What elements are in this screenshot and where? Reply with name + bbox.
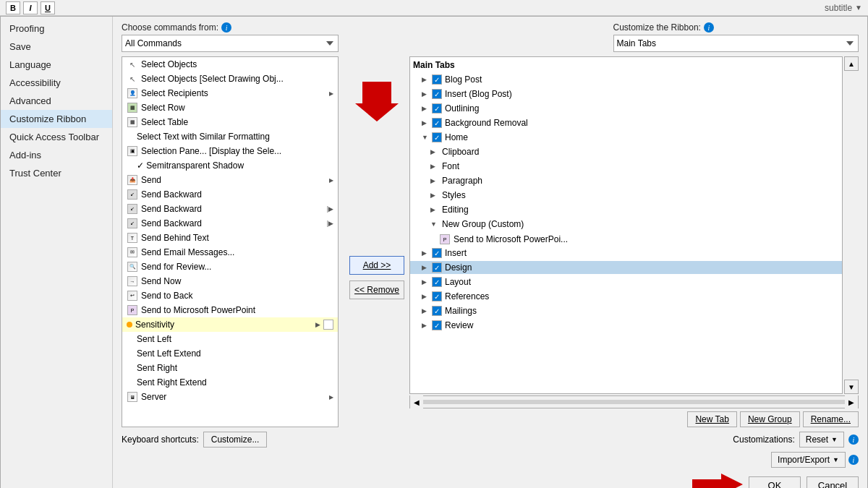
checkbox-review[interactable]: ✓ [432, 320, 442, 330]
sidebar-item-language[interactable]: Language [1, 56, 112, 74]
list-item[interactable]: ▦ Select Row [122, 100, 338, 115]
scroll-up-button[interactable]: ▲ [844, 56, 859, 71]
sidebar-item-trust-center[interactable]: Trust Center [1, 164, 112, 182]
tree-item[interactable]: ▼ ✓ Home [410, 131, 842, 145]
list-item[interactable]: ↙ Send Backward |▶ [122, 202, 338, 216]
tree-item[interactable]: ▶ Clipboard [410, 145, 842, 160]
tree-row-font[interactable]: ▶ Font [410, 160, 842, 173]
subtitle-dropdown-icon[interactable]: ▼ [855, 4, 862, 12]
sidebar-item-accessibility[interactable]: Accessibility [1, 74, 112, 92]
tree-row-blog-post[interactable]: ▶ ✓ Blog Post [410, 73, 842, 86]
new-tab-button[interactable]: New Tab [687, 411, 736, 427]
checkbox-bg-removal[interactable]: ✓ [432, 118, 442, 128]
import-export-info-icon[interactable]: i [848, 455, 859, 465]
ok-button[interactable]: OK [749, 476, 801, 489]
checkbox-references[interactable]: ✓ [432, 291, 442, 301]
list-item[interactable]: ↖ Select Objects [Select Drawing Obj... [122, 72, 338, 86]
tree-item[interactable]: ▶ ✓ Design [410, 261, 842, 275]
tree-row-home[interactable]: ▼ ✓ Home [410, 131, 842, 144]
list-item[interactable]: ↙ Send Backward |▶ [122, 216, 338, 231]
tree-row-insert-blog[interactable]: ▶ ✓ Insert (Blog Post) [410, 87, 842, 100]
list-item[interactable]: Sent Left Extend [122, 346, 338, 361]
tree-row-insert[interactable]: ▶ ✓ Insert [410, 247, 842, 260]
tree-row-styles[interactable]: ▶ Styles [410, 189, 842, 202]
checkbox-insert-blog[interactable]: ✓ [432, 89, 442, 99]
tree-item[interactable]: ▶ ✓ Blog Post [410, 73, 842, 87]
tree-row-references[interactable]: ▶ ✓ References [410, 290, 842, 303]
tree-row-review[interactable]: ▶ ✓ Review [410, 319, 842, 332]
list-item[interactable]: ↩ Send to Back [122, 288, 338, 303]
hscroll-left-button[interactable]: ◀ [410, 395, 423, 408]
checkbox-outlining[interactable]: ✓ [432, 103, 442, 114]
sidebar-item-customize-ribbon[interactable]: Customize Ribbon [1, 110, 112, 128]
tree-item[interactable]: ▶ ✓ Outlining [410, 102, 842, 116]
list-item[interactable]: 📤 Send [122, 173, 338, 187]
reset-button[interactable]: Reset ▼ [799, 432, 844, 448]
list-item[interactable]: ↖ Select Objects [122, 57, 338, 72]
rename-button[interactable]: Rename... [803, 411, 859, 427]
cancel-button[interactable]: Cancel [807, 476, 859, 489]
tree-row-paragraph[interactable]: ▶ Paragraph [410, 174, 842, 187]
tree-item[interactable]: ▶ Paragraph [410, 174, 842, 189]
list-item[interactable]: → Send Now [122, 274, 338, 288]
list-item[interactable]: 👤 Select Recipients [122, 86, 338, 100]
checkbox-blog-post[interactable]: ✓ [432, 74, 442, 85]
tree-item[interactable]: ▶ ✓ References [410, 290, 842, 304]
list-item[interactable]: ▣ Selection Pane... [Display the Sele... [122, 144, 338, 158]
tree-item[interactable]: ▶ ✓ Insert (Blog Post) [410, 87, 842, 102]
checkbox-insert[interactable]: ✓ [432, 248, 442, 258]
reset-info-icon[interactable]: i [848, 435, 859, 445]
tree-item[interactable]: ▼ New Group (Custom) [410, 218, 842, 232]
choose-commands-info-icon[interactable]: i [221, 22, 231, 33]
list-item[interactable]: Sent Right Extend [122, 375, 338, 390]
italic-button[interactable]: I [23, 1, 38, 14]
horizontal-scrollbar[interactable]: ◀ ▶ [409, 395, 859, 408]
tree-row-design[interactable]: ▶ ✓ Design [410, 261, 842, 274]
sidebar-item-quick-access[interactable]: Quick Access Toolbar [1, 128, 112, 146]
tree-row-outlining[interactable]: ▶ ✓ Outlining [410, 102, 842, 115]
list-item[interactable]: 🔍 Send for Review... [122, 260, 338, 274]
tree-item[interactable]: ▶ Editing [410, 203, 842, 218]
sensitivity-checkbox[interactable] [323, 320, 333, 330]
tree-item[interactable]: ▶ ✓ Mailings [410, 304, 842, 319]
scroll-down-button[interactable]: ▼ [844, 380, 859, 394]
customize-ribbon-dropdown[interactable]: Main Tabs Tool Tabs All Tabs [613, 35, 859, 52]
tree-item[interactable]: ▶ ✓ Insert [410, 247, 842, 261]
hscroll-right-button[interactable]: ▶ [845, 395, 858, 408]
sidebar-item-advanced[interactable]: Advanced [1, 92, 112, 110]
sidebar-item-proofing[interactable]: Proofing [1, 20, 112, 38]
choose-commands-dropdown[interactable]: All Commands Popular Commands Commands N… [122, 35, 339, 52]
list-item[interactable]: ▦ Select Table [122, 115, 338, 129]
list-item[interactable]: Select Text with Similar Formatting [122, 129, 338, 144]
tree-row-new-group[interactable]: ▼ New Group (Custom) [410, 218, 842, 231]
sidebar-item-add-ins[interactable]: Add-ins [1, 146, 112, 164]
tree-row-layout[interactable]: ▶ ✓ Layout [410, 275, 842, 288]
list-item[interactable]: Sent Left [122, 332, 338, 346]
tree-row-mailings[interactable]: ▶ ✓ Mailings [410, 304, 842, 317]
sensitivity-item[interactable]: Sensitivity ▶ [122, 317, 338, 332]
tree-item[interactable]: ▶ ✓ Layout [410, 275, 842, 290]
ribbon-tree-container[interactable]: Main Tabs ▶ ✓ Blog Post [409, 56, 843, 394]
list-item[interactable]: ✉ Send Email Messages... [122, 245, 338, 260]
list-item[interactable]: ✓ Semitransparent Shadow [122, 158, 338, 173]
list-item[interactable]: P Send to Microsoft PowerPoint [122, 303, 338, 317]
tree-item[interactable]: ▶ ✓ Background Removal [410, 116, 842, 131]
checkbox-mailings[interactable]: ✓ [432, 306, 442, 316]
sidebar-item-save[interactable]: Save [1, 38, 112, 56]
tree-row-clipboard[interactable]: ▶ Clipboard [410, 145, 842, 158]
tree-item[interactable]: P Send to Microsoft PowerPoi... [410, 232, 842, 247]
bold-button[interactable]: B [6, 1, 20, 14]
import-export-button[interactable]: Import/Export ▼ [771, 452, 846, 468]
underline-button[interactable]: U [41, 1, 55, 14]
new-group-button[interactable]: New Group [740, 411, 800, 427]
checkbox-design[interactable]: ✓ [432, 262, 442, 273]
keyboard-customize-button[interactable]: Customize... [203, 432, 268, 448]
list-item[interactable]: 🖥 Server [122, 390, 338, 404]
checkbox-layout[interactable]: ✓ [432, 277, 442, 287]
list-item[interactable]: T Send Behind Text [122, 231, 338, 245]
commands-list-container[interactable]: ↖ Select Objects ↖ Select Objects [Selec… [122, 56, 339, 427]
add-button[interactable]: Add >> [349, 256, 404, 275]
tree-item[interactable]: ▶ ✓ Review [410, 319, 842, 333]
list-item[interactable]: ↙ Send Backward [122, 187, 338, 202]
tree-row-editing[interactable]: ▶ Editing [410, 203, 842, 216]
